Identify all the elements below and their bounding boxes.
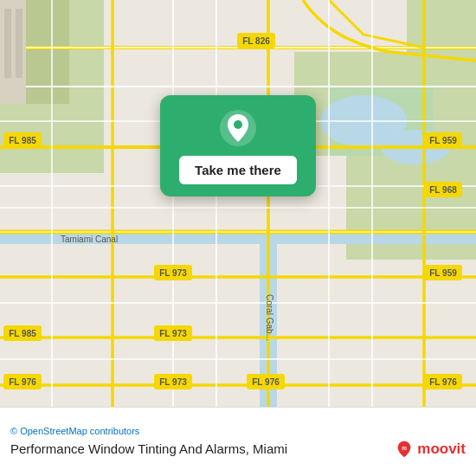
location-pin-icon <box>219 109 257 147</box>
svg-text:FL 826: FL 826 <box>242 36 270 46</box>
svg-text:FL 973: FL 973 <box>159 377 187 387</box>
take-me-there-button[interactable]: Take me there <box>179 156 297 184</box>
svg-text:FL 973: FL 973 <box>159 329 187 338</box>
svg-text:FL 959: FL 959 <box>429 268 457 278</box>
svg-text:Tamiami Canal: Tamiami Canal <box>61 235 118 244</box>
svg-text:FL 976: FL 976 <box>252 377 280 387</box>
moovit-logo: m moovit <box>395 440 466 459</box>
map-attribution: © OpenStreetMap contributors <box>10 426 466 436</box>
svg-text:m: m <box>402 444 407 450</box>
business-name: Performance Window Tinting And Alarms, M… <box>10 441 287 456</box>
svg-text:FL 976: FL 976 <box>9 377 36 387</box>
moovit-pin-icon: m <box>395 440 414 459</box>
map: FL 826 FL 959 FL 985 FL 968 FL 973 FL 95… <box>0 0 476 407</box>
attribution-text: © OpenStreetMap contributors <box>10 426 139 436</box>
svg-text:FL 959: FL 959 <box>429 136 457 145</box>
moovit-brand-text: moovit <box>417 441 466 458</box>
svg-text:Coral Gab...: Coral Gab... <box>265 294 274 341</box>
svg-text:FL 976: FL 976 <box>429 377 457 387</box>
svg-text:FL 985: FL 985 <box>9 329 36 338</box>
location-popup: Take me there <box>160 95 316 196</box>
svg-text:FL 985: FL 985 <box>9 136 36 145</box>
bottom-bar: © OpenStreetMap contributors Performance… <box>0 407 476 476</box>
svg-text:FL 973: FL 973 <box>159 268 187 278</box>
svg-text:FL 968: FL 968 <box>429 185 457 195</box>
svg-rect-61 <box>16 9 23 78</box>
svg-point-63 <box>234 120 242 129</box>
business-row: Performance Window Tinting And Alarms, M… <box>10 440 466 459</box>
svg-rect-60 <box>4 9 11 78</box>
